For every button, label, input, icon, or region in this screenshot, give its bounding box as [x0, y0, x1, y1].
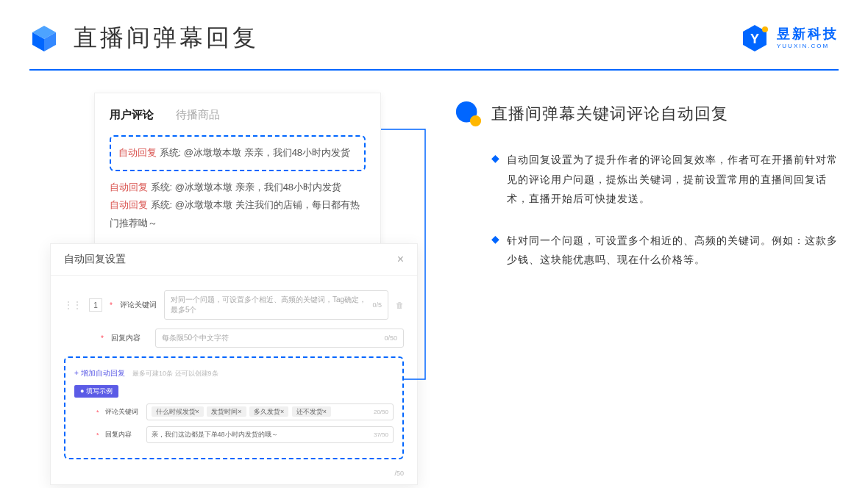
cube-icon [29, 24, 59, 53]
brand-logo: Y 昱新科技 YUUXIN.COM [740, 24, 839, 53]
example-keyword-field[interactable]: 什么时候发货× 发货时间× 多久发货× 还不发货× 20/50 [146, 403, 394, 420]
bullet-text: 自动回复设置为了提升作者的评论回复效率，作者可在开播前针对常见的评论用户问题，提… [507, 150, 839, 209]
brand-name: 昱新科技 [777, 26, 839, 43]
bullet-item: ◆ 自动回复设置为了提升作者的评论回复效率，作者可在开播前针对常见的评论用户问题… [455, 150, 839, 209]
required-icon: * [101, 334, 104, 342]
keyword-label: 评论关键词 [120, 300, 157, 310]
auto-reply-tag: 自动回复 [110, 182, 148, 193]
required-icon: * [96, 409, 99, 416]
delete-icon[interactable]: 🗑 [396, 301, 404, 309]
dialog-title: 自动回复设置 [64, 253, 126, 266]
svg-point-7 [470, 115, 481, 126]
reply-input[interactable]: 每条限50个中文字符 0/50 [155, 329, 404, 348]
page-title: 直播间弹幕回复 [74, 22, 259, 54]
brand-sub: YUUXIN.COM [777, 43, 839, 50]
auto-reply-settings-dialog: 自动回复设置 × ⋮⋮ 1 * 评论关键词 对同一个问题，可设置多个相近、高频的… [50, 243, 418, 485]
bullet-text: 针对同一个问题，可设置多个相近的、高频的关键词。例如：这款多少钱、这块能优惠吗、… [507, 231, 839, 270]
bullet-item: ◆ 针对同一个问题，可设置多个相近的、高频的关键词。例如：这款多少钱、这块能优惠… [455, 231, 839, 270]
comment-panel: 用户评论 待播商品 自动回复 系统: @冰墩墩本墩 亲亲，我们48小时内发货 自… [94, 93, 381, 248]
auto-reply-tag: 自动回复 [110, 199, 148, 210]
add-auto-reply-link[interactable]: + 增加自动回复 [74, 368, 125, 378]
bullet-icon: ◆ [491, 233, 499, 245]
svg-point-5 [762, 26, 768, 32]
logo-icon: Y [740, 24, 769, 53]
tag-chip[interactable]: 多久发货× [249, 406, 288, 417]
close-icon[interactable]: × [397, 253, 404, 266]
bottom-count: /50 [51, 467, 417, 484]
tag-chip[interactable]: 还不发货× [292, 406, 331, 417]
tab-user-comments[interactable]: 用户评论 [110, 108, 154, 122]
highlighted-comment: 自动回复 系统: @冰墩墩本墩 亲亲，我们48小时内发货 [110, 135, 366, 171]
required-icon: * [96, 431, 99, 439]
comment-item: 自动回复 系统: @冰墩墩本墩 关注我们的店铺，每日都有热门推荐呦～ [110, 196, 366, 232]
example-box: + 增加自动回复 最多可建10条 还可以创建9条 ● 填写示例 * 评论关键词 … [64, 356, 404, 459]
comment-item: 自动回复 系统: @冰墩墩本墩 亲亲，我们48小时内发货 [110, 179, 366, 197]
tag-chip[interactable]: 什么时候发货× [152, 406, 204, 417]
comment-text: 系统: @冰墩墩本墩 亲亲，我们48小时内发货 [157, 147, 350, 158]
auto-reply-tag: 自动回复 [118, 147, 157, 158]
required-icon: * [110, 301, 113, 309]
add-hint: 最多可建10条 还可以创建9条 [132, 370, 218, 377]
example-badge: ● 填写示例 [74, 385, 118, 398]
example-reply-label: 回复内容 [105, 430, 140, 439]
bullet-icon: ◆ [491, 152, 499, 164]
tab-pending-products[interactable]: 待播商品 [176, 108, 220, 122]
reply-label: 回复内容 [111, 333, 148, 343]
row-number: 1 [89, 298, 102, 312]
section-heading: 直播间弹幕关键词评论自动回复 [491, 103, 728, 125]
chat-bubble-icon [455, 100, 483, 128]
keyword-input[interactable]: 对同一个问题，可设置多个相近、高频的关键词，Tag确定，最多5个 0/5 [164, 290, 388, 320]
drag-handle-icon[interactable]: ⋮⋮ [64, 300, 82, 310]
comment-text: 系统: @冰墩墩本墩 亲亲，我们48小时内发货 [148, 182, 341, 193]
example-keyword-label: 评论关键词 [105, 407, 140, 417]
tag-chip[interactable]: 发货时间× [207, 406, 246, 417]
example-reply-field[interactable]: 亲，我们这边都是下单48小时内发货的哦～ 37/50 [146, 426, 394, 443]
svg-text:Y: Y [750, 32, 759, 46]
